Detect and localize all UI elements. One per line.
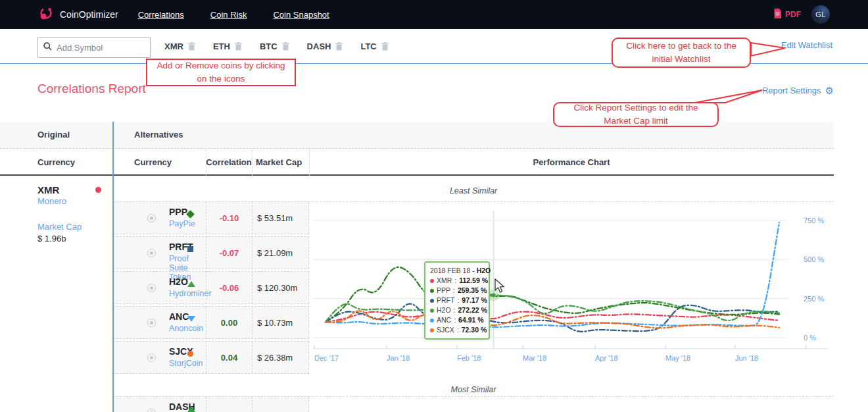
chip-symbol: XMR xyxy=(164,41,183,51)
remove-coin-icon[interactable] xyxy=(147,284,156,292)
market-cap-value: $ 53.51m xyxy=(252,202,309,234)
tooltip-entry: PPP : 259.35 % xyxy=(430,286,484,296)
correlation-value: -0.10 xyxy=(206,202,252,234)
report-settings-link[interactable]: Report Settings ⚙ xyxy=(762,86,834,95)
brand-name: CoinOptimizer xyxy=(60,9,118,20)
tooltip-entry: SJCX : 72.30 % xyxy=(430,325,484,335)
trash-icon[interactable] xyxy=(335,42,343,51)
tooltip-series-name: SJCX xyxy=(437,325,454,335)
series-dot xyxy=(430,328,434,332)
tooltip-colon: : xyxy=(457,296,459,305)
annotation-watchlist-note: Add or Remove coins by clicking on the i… xyxy=(146,59,296,86)
remove-coin-dot xyxy=(150,321,153,324)
annotation-edit-watchlist-note: Click here to get back to the initial Wa… xyxy=(612,38,751,68)
annotation-pointer xyxy=(748,37,789,61)
trash-icon[interactable] xyxy=(235,42,242,51)
add-symbol-search[interactable] xyxy=(37,37,151,58)
remove-coin-dot xyxy=(150,286,153,290)
correlation-value: 0.00 xyxy=(206,307,252,338)
coin-name-link[interactable]: Anoncoin xyxy=(169,324,203,333)
annotation-text: Add or Remove coins by clicking xyxy=(147,59,295,72)
series-dot xyxy=(430,279,434,283)
nav-link-correlations[interactable]: Correlations xyxy=(138,10,184,20)
original-coin-name-link[interactable]: Monero xyxy=(37,196,110,206)
page: CoinOptimizer Correlations Coin Risk Coi… xyxy=(0,0,868,412)
remove-coin-icon[interactable] xyxy=(147,214,156,222)
tooltip-series-name: XMR xyxy=(437,276,452,286)
svg-text:Feb '18: Feb '18 xyxy=(457,354,481,362)
series-dot xyxy=(430,299,434,303)
tooltip-series-name: PPP xyxy=(437,286,450,296)
performance-chart-svg[interactable]: 0 %250 %500 %750 %Dec '17Jan '18Feb '18M… xyxy=(309,205,835,369)
avatar[interactable]: GL xyxy=(811,5,830,24)
svg-text:Jun '18: Jun '18 xyxy=(735,354,758,362)
svg-text:Mar '18: Mar '18 xyxy=(523,354,546,362)
market-cap-value xyxy=(252,397,309,412)
mouse-cursor xyxy=(494,278,506,294)
coin-name-link[interactable]: PayPie xyxy=(169,219,195,228)
trash-icon[interactable] xyxy=(381,42,389,51)
tooltip-date: 2018 FEB 18 xyxy=(430,267,470,274)
remove-coin-dot xyxy=(150,217,153,220)
correlation-value: -0.07 xyxy=(206,237,252,269)
coin-name-link[interactable]: Hydrominer xyxy=(169,289,212,298)
market-cap-value: $ 21.09m xyxy=(252,237,309,269)
column-divider xyxy=(206,149,206,176)
currency-cell: ANC Anoncoin xyxy=(113,307,206,338)
series-marker xyxy=(187,316,195,322)
coin-symbol: PPP xyxy=(169,207,187,217)
chip-symbol: DASH xyxy=(307,41,331,51)
remove-coin-dot xyxy=(150,251,153,255)
correlation-value: 0.04 xyxy=(206,342,252,373)
svg-text:750 %: 750 % xyxy=(804,217,824,224)
table-row-sjcx: SJCX StorjCoin 0.04 $ 26.38m xyxy=(113,341,309,374)
coin-name-link[interactable]: StorjCoin xyxy=(169,359,203,368)
alternatives-rows-most-similar: DASH xyxy=(113,396,309,412)
nav-link-coin-snapshot[interactable]: Coin Snapshot xyxy=(273,10,329,20)
original-market-cap-value: $ 1.96b xyxy=(37,234,66,244)
col-correlation: Correlation xyxy=(206,157,252,167)
coin-symbol: H2O xyxy=(169,276,188,287)
brand[interactable]: CoinOptimizer xyxy=(38,5,118,24)
remove-coin-icon[interactable] xyxy=(147,353,156,362)
chip-symbol: BTC xyxy=(260,41,277,51)
tooltip-entry: PRFT : 97.17 % xyxy=(430,296,484,305)
col-currency: Currency xyxy=(134,157,172,167)
tooltip-series-value: 64.91 % xyxy=(458,315,484,325)
chart-tooltip: 2018 FEB 18 - H2O XMR : 112.59 % PPP : 2… xyxy=(424,261,490,340)
remove-coin-icon[interactable] xyxy=(147,249,156,257)
header-original: Original xyxy=(37,130,70,140)
svg-text:May '18: May '18 xyxy=(665,354,690,362)
col-market-cap: Market Cap xyxy=(256,157,302,167)
nav-link-coin-risk[interactable]: Coin Risk xyxy=(210,10,247,20)
tooltip-colon: : xyxy=(454,315,456,325)
pdf-file-icon xyxy=(773,9,782,20)
watchlist-chip: ETH xyxy=(213,41,242,51)
remove-coin-icon[interactable] xyxy=(147,319,156,327)
table-row-anc: ANC Anoncoin 0.00 $ 10.73m xyxy=(113,306,309,339)
least-similar-label: Least Similar xyxy=(113,186,834,195)
original-column-divider xyxy=(112,122,114,412)
annotation-report-settings-note: Click Report Settings to edit the Market… xyxy=(553,102,719,127)
series-dot xyxy=(430,289,434,293)
tooltip-series-value: 72.30 % xyxy=(462,325,487,335)
currency-cell: DASH xyxy=(113,397,206,412)
trash-icon[interactable] xyxy=(188,42,195,51)
tooltip-entry: XMR : 112.59 % xyxy=(430,276,484,286)
tooltip-coin: H2O xyxy=(477,267,491,274)
tooltip-title: 2018 FEB 18 - H2O xyxy=(430,266,484,276)
remove-coin-icon[interactable] xyxy=(147,409,156,412)
annotation-text: Market Cap limit xyxy=(554,115,717,128)
market-cap-value: $ 10.73m xyxy=(252,307,309,338)
tooltip-colon: : xyxy=(454,305,456,315)
alternatives-rows: PPP PayPie -0.10 $ 53.51m PRFT Proof Sui… xyxy=(113,201,309,376)
trash-icon[interactable] xyxy=(282,42,289,51)
series-dot xyxy=(430,319,434,322)
header-alternatives: Alternatives xyxy=(134,130,183,140)
column-divider xyxy=(252,149,253,176)
original-symbol: XMR xyxy=(37,184,59,195)
search-input[interactable] xyxy=(57,43,135,53)
pdf-button[interactable]: PDF xyxy=(773,9,801,20)
most-similar-label: Most Similar xyxy=(113,385,834,394)
report-settings-label: Report Settings xyxy=(762,86,821,95)
